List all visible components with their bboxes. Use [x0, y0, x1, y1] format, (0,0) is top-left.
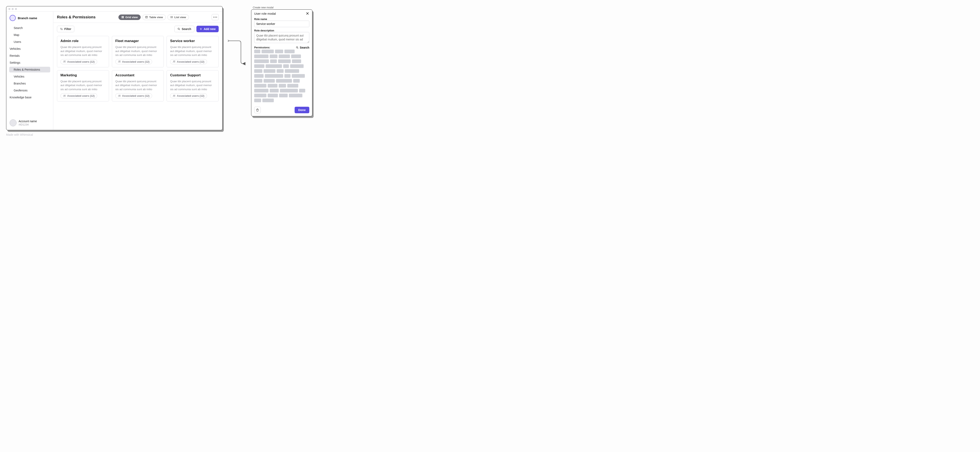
sidebar-item[interactable]: Vehicles	[9, 46, 50, 52]
svg-point-23	[64, 61, 65, 62]
sidebar-item[interactable]: Roles & Permissions	[9, 67, 50, 73]
permission-chip-placeholder	[254, 59, 269, 63]
role-name-input[interactable]	[254, 21, 309, 27]
permission-chip-placeholder	[283, 64, 289, 68]
sidebar: Branch name SearchMapUsersVehiclesRental…	[6, 12, 53, 130]
account-row[interactable]: Account name #ID1234	[9, 119, 50, 127]
svg-rect-3	[123, 17, 124, 18]
close-icon[interactable]	[305, 12, 309, 15]
permissions-search[interactable]: Search	[296, 46, 309, 49]
traffic-light-min[interactable]	[12, 8, 14, 10]
delete-role-button[interactable]	[254, 107, 261, 113]
users-icon	[63, 60, 66, 63]
associated-users-chip[interactable]: Associated users (12)	[170, 93, 207, 98]
svg-point-26	[119, 61, 120, 62]
role-title: Admin role	[60, 39, 105, 43]
role-card[interactable]: AccountantQuae tibi placent quicunq pros…	[112, 70, 164, 102]
associated-users-chip[interactable]: Associated users (12)	[60, 59, 97, 64]
account-avatar	[10, 119, 16, 126]
search-button[interactable]: Search	[174, 26, 194, 32]
sidebar-item[interactable]: Search	[9, 25, 50, 31]
users-icon	[63, 95, 66, 97]
app-window: Branch name SearchMapUsersVehiclesRental…	[6, 6, 223, 130]
associated-users-chip[interactable]: Associated users (12)	[115, 93, 152, 98]
role-title: Marketing	[60, 73, 105, 77]
role-title: Customer Support	[170, 73, 215, 77]
permission-chip-placeholder	[285, 74, 291, 78]
svg-point-24	[65, 61, 65, 62]
view-tab[interactable]: List view	[167, 14, 189, 20]
user-role-modal: User role modal Role name Role descripti…	[251, 10, 312, 116]
chip-label: Associated users (12)	[67, 94, 94, 97]
role-title: Fleet manager	[115, 39, 161, 43]
permission-chip-placeholder	[287, 84, 298, 87]
sidebar-item[interactable]: Settings	[9, 60, 50, 65]
sidebar-item[interactable]: Map	[9, 32, 50, 38]
svg-point-32	[119, 95, 120, 95]
permission-chips-placeholder	[254, 49, 309, 102]
role-card[interactable]: Service workerQuae tibi placent quicunq …	[167, 36, 219, 67]
chip-label: Associated users (12)	[122, 60, 150, 63]
associated-users-chip[interactable]: Associated users (12)	[60, 93, 97, 98]
permission-chip-placeholder	[292, 74, 305, 78]
modal-annotation: Create new modal	[253, 6, 274, 9]
more-button[interactable]	[212, 14, 219, 20]
permission-chip-placeholder	[254, 89, 269, 92]
sidebar-item[interactable]: Rentals	[9, 53, 50, 59]
permissions-label: Permissions:	[254, 46, 270, 49]
permission-chip-placeholder	[299, 89, 305, 92]
view-tab-label: Table view	[149, 16, 163, 19]
sidebar-item[interactable]: Geofences	[9, 87, 50, 93]
users-icon	[118, 95, 121, 97]
permission-chip-placeholder	[285, 49, 294, 53]
view-tab[interactable]: Grid view	[118, 14, 141, 20]
role-title: Accountant	[115, 73, 161, 77]
chip-label: Associated users (12)	[122, 94, 150, 97]
permission-chip-placeholder	[254, 69, 262, 73]
permission-chip-placeholder	[254, 79, 262, 82]
users-icon	[173, 60, 176, 63]
role-desc-input[interactable]	[254, 32, 309, 43]
view-switch: Grid viewTable viewList view	[118, 14, 189, 20]
associated-users-chip[interactable]: Associated users (12)	[115, 59, 152, 64]
traffic-light-close[interactable]	[8, 8, 10, 10]
page-title: Roles & Permissions	[57, 15, 95, 19]
svg-rect-0	[122, 16, 123, 17]
chip-label: Associated users (12)	[177, 60, 204, 63]
sidebar-item[interactable]: Users	[9, 39, 50, 45]
sidebar-item[interactable]: Vehicles	[9, 74, 50, 79]
permission-chip-placeholder	[292, 59, 301, 63]
traffic-light-max[interactable]	[15, 8, 17, 10]
svg-rect-2	[122, 17, 123, 18]
svg-point-25	[118, 61, 119, 62]
permission-chip-placeholder	[289, 94, 302, 97]
permission-chip-placeholder	[277, 69, 283, 73]
sidebar-item[interactable]: Branches	[9, 81, 50, 86]
role-card[interactable]: Admin roleQuae tibi placent quicunq pros…	[57, 36, 109, 67]
done-button[interactable]: Done	[294, 107, 309, 113]
view-tab-label: Grid view	[126, 16, 138, 19]
permission-chip-placeholder	[261, 49, 274, 53]
branch-avatar	[10, 15, 16, 21]
role-card[interactable]: Fleet managerQuae tibi placent quicunq p…	[112, 36, 164, 67]
toolbar: Filter Search Add new	[53, 23, 222, 32]
view-tab[interactable]: Table view	[142, 14, 166, 20]
associated-users-chip[interactable]: Associated users (12)	[170, 59, 207, 64]
permission-chip-placeholder	[291, 54, 301, 58]
branch-selector[interactable]: Branch name	[9, 15, 50, 21]
svg-point-28	[175, 61, 175, 62]
plus-icon	[199, 27, 202, 30]
svg-point-33	[173, 95, 174, 96]
modal-header: User role modal	[251, 10, 312, 17]
sidebar-item[interactable]: Knowledge base	[9, 95, 50, 100]
add-new-button[interactable]: Add new	[196, 26, 219, 32]
modal-title: User role modal	[254, 12, 276, 15]
permission-chip-placeholder	[254, 49, 260, 53]
role-card[interactable]: MarketingQuae tibi placent quicunq prosu…	[57, 70, 109, 102]
permission-chip-placeholder	[254, 64, 264, 68]
filter-button[interactable]: Filter	[57, 26, 74, 32]
role-card[interactable]: Customer SupportQuae tibi placent quicun…	[167, 70, 219, 102]
chip-label: Associated users (12)	[177, 94, 204, 97]
flow-connector	[229, 39, 245, 68]
permission-chip-placeholder	[254, 84, 266, 87]
